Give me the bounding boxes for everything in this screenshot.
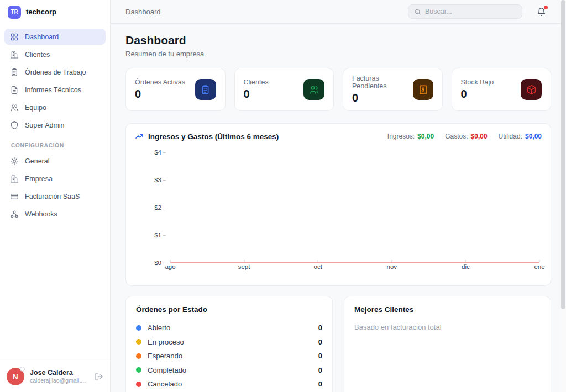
sidebar-item-label: Clientes bbox=[25, 51, 50, 59]
stat-card-facturas-pendientes: Facturas Pendientes 0 bbox=[343, 68, 443, 111]
legend-gastos: Gastos: $0,00 bbox=[445, 133, 487, 140]
stat-label: Facturas Pendientes bbox=[352, 75, 413, 90]
user-email: calderaj.lao@gmail.... bbox=[30, 377, 89, 384]
y-axis-tick: $0 bbox=[135, 259, 166, 267]
notifications-button[interactable] bbox=[537, 7, 546, 17]
brand-name: techcorp bbox=[26, 8, 56, 16]
status-dot bbox=[136, 339, 142, 345]
status-row-completado: Completado 0 bbox=[136, 363, 322, 378]
stat-card-stock-bajo: Stock Bajo 0 bbox=[452, 68, 552, 111]
sidebar-item-clientes[interactable]: Clientes bbox=[4, 46, 106, 62]
sidebar-item-label: Facturación SaaS bbox=[25, 193, 80, 200]
stat-label: Órdenes Activas bbox=[135, 78, 185, 86]
sidebar-item-equipo[interactable]: Equipo bbox=[4, 99, 106, 115]
sidebar-item-informes-tecnicos[interactable]: Informes Técnicos bbox=[4, 82, 106, 98]
sidebar-item-label: Órdenes de Trabajo bbox=[25, 68, 86, 76]
status-dot bbox=[136, 325, 142, 331]
file-text-icon bbox=[10, 86, 19, 94]
sidebar-item-label: Empresa bbox=[25, 175, 53, 183]
stat-label: Clientes bbox=[244, 78, 269, 86]
sidebar-item-label: Informes Técnicos bbox=[25, 86, 81, 94]
stat-value: 0 bbox=[461, 88, 494, 100]
sidebar-item-label: Dashboard bbox=[25, 33, 59, 41]
sidebar-section-label: CONFIGURACIÓN bbox=[4, 135, 106, 153]
status-dot bbox=[20, 367, 25, 372]
card-subtitle: Basado en facturación total bbox=[354, 323, 541, 331]
brand-logo: TR bbox=[8, 6, 21, 19]
legend-ingresos: Ingresos: $0,00 bbox=[387, 133, 434, 140]
trending-up-icon bbox=[135, 132, 144, 141]
search-box[interactable] bbox=[408, 4, 522, 19]
search-icon bbox=[414, 8, 421, 15]
building-icon bbox=[10, 50, 19, 59]
clipboard-icon bbox=[195, 79, 216, 100]
status-dot bbox=[136, 367, 142, 373]
status-row-abierto: Abierto 0 bbox=[136, 321, 322, 335]
x-axis-label: nov bbox=[387, 263, 397, 270]
search-input[interactable] bbox=[425, 8, 516, 15]
chart-legend: Ingresos: $0,00 Gastos: $0,00 Utilidad: … bbox=[387, 133, 542, 140]
page-title: Dashboard bbox=[125, 33, 551, 47]
brand: TR techcorp bbox=[0, 0, 110, 24]
breadcrumb: Dashboard bbox=[125, 8, 161, 16]
sidebar-item-label: Equipo bbox=[25, 104, 46, 112]
x-axis-label: oct bbox=[314, 263, 322, 270]
best-clients-card: Mejores Clientes Basado en facturación t… bbox=[344, 296, 551, 392]
sidebar-item-ordenes-de-trabajo[interactable]: Órdenes de Trabajo bbox=[4, 64, 106, 80]
x-axis-label: ago bbox=[165, 263, 175, 270]
status-row-en-proceso: En proceso 0 bbox=[136, 335, 322, 349]
shield-icon bbox=[10, 121, 19, 130]
sidebar-item-super-admin[interactable]: Super Admin bbox=[4, 117, 106, 133]
chart-plot-area: $4 $3 $2 $1 $0 ago sept oct nov dic ene bbox=[135, 144, 542, 278]
card-title: Órdenes por Estado bbox=[136, 305, 322, 314]
grid-icon bbox=[10, 33, 19, 41]
y-axis-tick: $4 bbox=[135, 149, 166, 156]
main-content: Dashboard Resumen de tu empresa Órdenes … bbox=[111, 24, 566, 392]
stat-label: Stock Bajo bbox=[461, 78, 494, 86]
y-axis-tick: $3 bbox=[135, 176, 166, 184]
legend-utilidad: Utilidad: $0,00 bbox=[499, 133, 542, 140]
y-axis-tick: $2 bbox=[135, 204, 166, 211]
card-title: Mejores Clientes bbox=[354, 305, 541, 314]
gear-icon bbox=[10, 157, 19, 166]
notification-badge bbox=[544, 6, 548, 9]
y-axis-tick: $1 bbox=[135, 231, 166, 239]
stats-grid: Órdenes Activas 0 Clientes 0 Factu bbox=[125, 68, 551, 111]
stat-card-ordenes-activas: Órdenes Activas 0 bbox=[125, 68, 226, 111]
webhook-icon bbox=[10, 210, 19, 219]
users-icon bbox=[303, 79, 324, 100]
stat-value: 0 bbox=[352, 92, 413, 104]
sidebar-item-label: Super Admin bbox=[25, 121, 65, 129]
sidebar-item-facturacion-saas[interactable]: Facturación SaaS bbox=[4, 188, 106, 204]
sidebar-item-dashboard[interactable]: Dashboard bbox=[4, 29, 106, 45]
x-axis-label: ene bbox=[534, 263, 544, 270]
sidebar-item-webhooks[interactable]: Webhooks bbox=[4, 206, 106, 222]
sidebar-item-empresa[interactable]: Empresa bbox=[4, 171, 106, 187]
chart-title: Ingresos y Gastos (Últimos 6 meses) bbox=[148, 133, 279, 141]
status-row-esperando: Esperando 0 bbox=[136, 349, 322, 363]
building-icon bbox=[10, 174, 19, 183]
sidebar-item-label: General bbox=[25, 157, 49, 165]
orders-by-status-card: Órdenes por Estado Abierto 0 En proceso … bbox=[125, 296, 333, 392]
users-icon bbox=[10, 103, 19, 112]
sidebar-nav: Dashboard Clientes Órdenes de Trabajo In… bbox=[0, 24, 110, 361]
receipt-icon bbox=[413, 79, 433, 100]
credit-card-icon bbox=[10, 192, 19, 201]
x-axis-label: dic bbox=[462, 263, 470, 270]
status-dot bbox=[136, 353, 142, 359]
stat-card-clientes: Clientes 0 bbox=[234, 68, 334, 111]
page-subtitle: Resumen de tu empresa bbox=[125, 50, 551, 58]
package-icon bbox=[521, 79, 542, 100]
status-row-cancelado: Cancelado 0 bbox=[136, 377, 322, 391]
user-menu[interactable]: N Jose Caldera calderaj.lao@gmail.... bbox=[0, 361, 110, 392]
chart-card: Ingresos y Gastos (Últimos 6 meses) Ingr… bbox=[125, 123, 551, 286]
scrollbar-thumb[interactable] bbox=[561, 0, 565, 309]
status-dot bbox=[136, 382, 142, 387]
x-axis-label: sept bbox=[238, 263, 250, 270]
stat-value: 0 bbox=[244, 88, 269, 100]
x-axis: ago sept oct nov dic ene bbox=[170, 259, 539, 276]
sidebar-item-general[interactable]: General bbox=[4, 153, 106, 169]
logout-icon[interactable] bbox=[95, 372, 103, 381]
sidebar-item-label: Webhooks bbox=[25, 210, 57, 218]
clipboard-icon bbox=[10, 68, 19, 77]
